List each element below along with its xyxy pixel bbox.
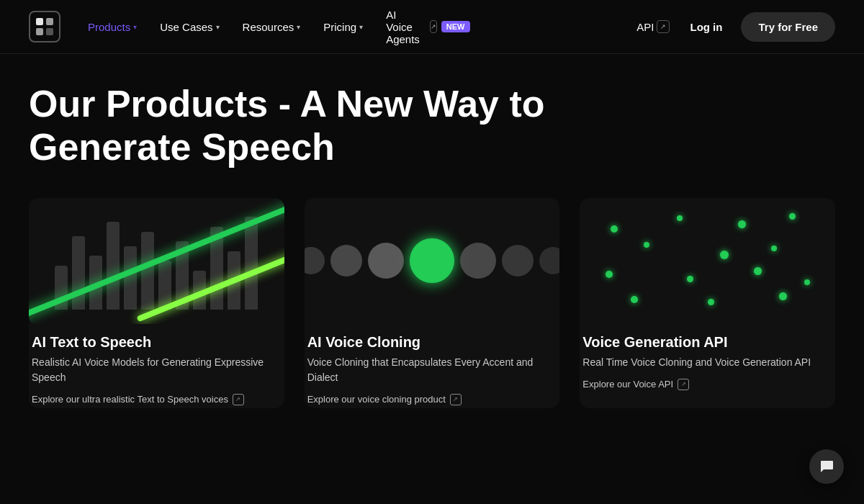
circle — [539, 247, 559, 274]
bar — [158, 261, 171, 310]
card-api-link[interactable]: Explore our Voice API ↗ — [582, 379, 832, 390]
nav-api-link[interactable]: API ↗ — [629, 14, 677, 39]
dot — [708, 299, 714, 305]
card-tts-title: AI Text to Speech — [32, 334, 282, 351]
external-link-icon: ↗ — [430, 20, 437, 33]
hero-section: Our Products - A New Way to Generate Spe… — [0, 54, 864, 191]
dot — [611, 225, 618, 233]
circle — [460, 243, 496, 279]
card-api[interactable]: Voice Generation API Real Time Voice Clo… — [580, 198, 835, 408]
svg-rect-0 — [36, 18, 43, 25]
hero-title: Our Products - A New Way to Generate Spe… — [29, 83, 590, 169]
chat-bubble-button[interactable] — [809, 449, 844, 484]
nav-item-products[interactable]: Products ▾ — [78, 15, 147, 39]
nav-item-resources[interactable]: Resources ▾ — [233, 15, 311, 39]
card-api-body: Voice Generation API Real Time Voice Clo… — [580, 324, 835, 393]
nav-login-button[interactable]: Log in — [683, 15, 729, 39]
card-api-image — [580, 198, 835, 324]
card-cloning-title: AI Voice Cloning — [307, 334, 557, 351]
nav-item-use-cases[interactable]: Use Cases ▾ — [150, 15, 229, 39]
external-link-icon: ↗ — [450, 394, 462, 405]
logo[interactable] — [29, 11, 60, 42]
circle — [502, 245, 534, 276]
card-tts-body: AI Text to Speech Realistic AI Voice Mod… — [29, 324, 284, 408]
dot — [644, 242, 649, 248]
chat-icon — [819, 459, 834, 474]
svg-rect-1 — [46, 18, 53, 25]
bar — [124, 246, 137, 310]
nav-items: Products ▾ Use Cases ▾ Resources ▾ Prici… — [78, 3, 480, 51]
circle — [305, 247, 325, 274]
external-link-icon: ↗ — [657, 20, 670, 33]
bar — [107, 222, 120, 310]
circles-visualization — [305, 238, 560, 283]
dot — [687, 276, 693, 282]
dot — [738, 220, 746, 228]
card-tts-image — [29, 198, 284, 324]
bar — [245, 217, 258, 309]
dot — [789, 213, 796, 220]
card-cloning-description: Voice Cloning that Encapsulates Every Ac… — [307, 355, 557, 385]
nav-item-pricing[interactable]: Pricing ▾ — [313, 15, 373, 39]
bar — [141, 232, 154, 310]
nav-item-ai-voice-agents[interactable]: AI Voice Agents ↗ NEW — [376, 3, 480, 51]
navbar: Products ▾ Use Cases ▾ Resources ▾ Prici… — [0, 0, 864, 54]
chevron-down-icon: ▾ — [216, 23, 220, 31]
card-api-description: Real Time Voice Cloning and Voice Genera… — [582, 355, 832, 370]
chevron-down-icon: ▾ — [359, 23, 363, 31]
dot — [771, 246, 777, 251]
card-api-title: Voice Generation API — [582, 334, 832, 351]
card-cloning-link[interactable]: Explore our voice cloning product ↗ — [307, 394, 557, 405]
circle-active — [410, 238, 454, 283]
external-link-icon: ↗ — [678, 379, 689, 390]
dot — [754, 267, 762, 275]
svg-rect-2 — [36, 28, 43, 35]
card-tts-link[interactable]: Explore our ultra realistic Text to Spee… — [32, 394, 282, 405]
dot — [720, 251, 729, 259]
try-free-button[interactable]: Try for Free — [741, 12, 835, 42]
card-tts-description: Realistic AI Voice Models for Generating… — [32, 355, 282, 385]
bar — [72, 236, 85, 309]
external-link-icon: ↗ — [233, 394, 244, 405]
card-cloning-image — [305, 198, 560, 324]
card-tts[interactable]: AI Text to Speech Realistic AI Voice Mod… — [29, 198, 284, 408]
svg-rect-3 — [46, 28, 53, 35]
dot — [779, 292, 787, 300]
circle — [368, 243, 404, 279]
chevron-down-icon: ▾ — [133, 23, 137, 31]
circle — [330, 245, 362, 276]
card-cloning-body: AI Voice Cloning Voice Cloning that Enca… — [305, 324, 560, 408]
new-badge: NEW — [441, 21, 470, 32]
card-cloning[interactable]: AI Voice Cloning Voice Cloning that Enca… — [305, 198, 560, 408]
dot — [631, 296, 638, 303]
dot — [804, 279, 810, 285]
chevron-down-icon: ▾ — [297, 23, 300, 31]
dot — [677, 215, 683, 221]
dot — [606, 271, 613, 278]
products-cards-row: AI Text to Speech Realistic AI Voice Mod… — [0, 191, 864, 408]
